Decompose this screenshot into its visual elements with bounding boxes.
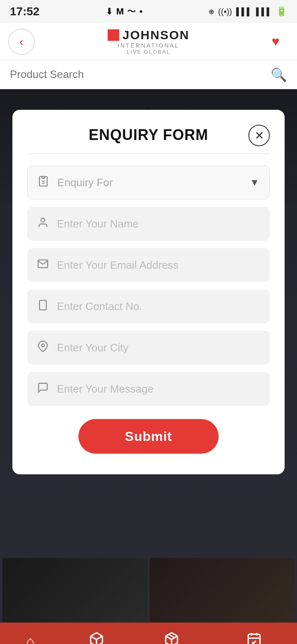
signal2-icon: ▌▌▌: [256, 7, 272, 16]
wifi-icon: ((•)): [218, 7, 232, 17]
bottom-nav: ⌂ Home Products Intl.: [0, 623, 297, 644]
submit-button[interactable]: Submit: [78, 419, 219, 454]
search-bar: 🔍: [0, 60, 297, 89]
enquiry-modal: ENQUIRY FORM ✕ Enquiry For ▼: [12, 110, 285, 474]
svg-point-18: [41, 218, 45, 222]
status-time: 17:52: [10, 5, 40, 18]
svg-rect-14: [42, 176, 45, 178]
modal-title: ENQUIRY FORM: [89, 126, 208, 144]
close-icon: ✕: [255, 129, 264, 142]
enquire-icon: [246, 632, 262, 644]
city-field[interactable]: [27, 331, 270, 365]
top-nav: ‹ JOHNSON INTERNATIONAL LIVE GLOBAL ♥: [0, 23, 297, 60]
name-input[interactable]: [57, 218, 260, 230]
email-icon: [37, 258, 49, 272]
email-input[interactable]: [57, 259, 260, 272]
search-icon[interactable]: 🔍: [271, 67, 287, 83]
message-field[interactable]: [27, 372, 270, 406]
message-icon: [37, 382, 49, 396]
svg-line-23: [169, 635, 174, 638]
city-input[interactable]: [57, 341, 260, 354]
chevron-down-icon: ▼: [250, 177, 259, 188]
heart-icon: ♥: [271, 34, 279, 49]
modal-divider: [27, 154, 270, 154]
bluetooth-icon: ⎈: [209, 6, 214, 17]
phone-icon: [37, 299, 49, 314]
status-right-icons: ⎈ ((•)) ▌▌▌ ▌▌▌ 🔋: [209, 6, 287, 17]
person-icon: [37, 217, 49, 231]
app-background: ENQUIRY FORM ✕ Enquiry For ▼: [0, 89, 297, 644]
bottom-nav-enquire[interactable]: Enquire Now: [230, 632, 278, 644]
name-field[interactable]: [27, 207, 270, 241]
logo-main-text: JOHNSON: [123, 28, 189, 42]
status-bar: 17:52 ⬇ M 〜 • ⎈ ((•)) ▌▌▌ ▌▌▌ 🔋: [0, 0, 297, 23]
logo-tagline-text: LIVE GLOBAL: [127, 49, 170, 55]
box-icon: [89, 632, 104, 644]
signal1-icon: ▌▌▌: [236, 7, 252, 16]
status-center-icons: ⬇ M 〜 •: [106, 5, 143, 18]
modal-header: ENQUIRY FORM ✕: [27, 126, 270, 144]
back-button[interactable]: ‹: [8, 28, 35, 55]
home-icon: ⌂: [26, 633, 35, 644]
logo-square-icon: [108, 29, 119, 41]
bottom-nav-home[interactable]: ⌂ Home: [19, 633, 41, 644]
bottom-nav-intl-range[interactable]: Intl. Range: [152, 632, 192, 644]
clipboard-icon: [38, 175, 49, 190]
favorites-button[interactable]: ♥: [262, 28, 289, 55]
svg-point-21: [42, 344, 45, 347]
email-field[interactable]: [27, 248, 270, 282]
svg-rect-19: [40, 300, 46, 310]
modal-close-button[interactable]: ✕: [248, 125, 270, 146]
enquiry-for-dropdown[interactable]: Enquiry For ▼: [27, 166, 270, 199]
logo-sub-text: INTERNATIONAL: [118, 42, 179, 49]
app-logo: JOHNSON INTERNATIONAL LIVE GLOBAL: [108, 28, 189, 55]
location-icon: [37, 341, 49, 355]
contact-input[interactable]: [57, 300, 260, 313]
battery-icon: 🔋: [276, 6, 287, 17]
message-input[interactable]: [57, 383, 260, 395]
bottom-nav-products[interactable]: Products: [80, 632, 113, 644]
enquiry-for-label: Enquiry For: [57, 176, 245, 189]
contact-field[interactable]: [27, 289, 270, 323]
package-icon: [164, 632, 179, 644]
search-input[interactable]: [10, 68, 271, 81]
